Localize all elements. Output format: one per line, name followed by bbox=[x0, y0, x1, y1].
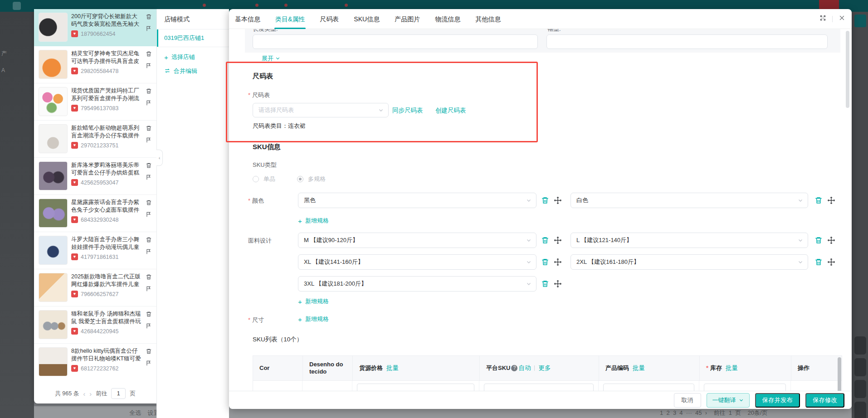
tab-product-images[interactable]: 产品图片 bbox=[395, 9, 420, 29]
expand-attributes-link[interactable]: 展开 bbox=[262, 54, 280, 63]
tab-category-attributes[interactable]: 类目&属性 bbox=[275, 9, 305, 29]
add-fabric-spec-link[interactable]: + 新增规格 bbox=[298, 297, 329, 306]
drag-move-icon[interactable] bbox=[554, 236, 562, 244]
delete-icon[interactable] bbox=[146, 162, 153, 170]
color-value-select-2[interactable]: 白色 bbox=[571, 193, 808, 208]
sku-input[interactable] bbox=[484, 384, 594, 391]
sync-size-chart-link[interactable]: 同步尺码表 bbox=[392, 107, 423, 115]
delete-spec-icon[interactable] bbox=[814, 236, 823, 244]
modal-scroll-area[interactable]: 长度类型: 袖型: 展开 尺码表 *尺码表 请选择尺码表 同步尺码表 创建尺码表… bbox=[229, 29, 852, 391]
column-product-code: 产品编码 批量 bbox=[599, 356, 700, 380]
tab-sku-info[interactable]: SKU信息 bbox=[354, 9, 380, 29]
fabric-value-select-4[interactable]: 2XL 【建议161-180斤】 bbox=[571, 254, 808, 270]
prev-page-icon[interactable]: ‹ bbox=[83, 390, 85, 398]
edit-product-modal: 基本信息 类目&属性 尺码表 SKU信息 产品图片 物流信息 其他信息 长度类型… bbox=[229, 9, 852, 409]
delete-spec-icon[interactable] bbox=[541, 196, 549, 204]
batch-price-link[interactable]: 批量 bbox=[386, 365, 399, 372]
delete-spec-icon[interactable] bbox=[541, 258, 549, 266]
flag-icon[interactable] bbox=[146, 174, 153, 182]
fabric-value-select-3[interactable]: XL 【建议141-160斤】 bbox=[298, 254, 536, 270]
auto-sku-link[interactable]: 自动 bbox=[518, 365, 531, 372]
save-and-publish-button[interactable]: 保存并发布 bbox=[755, 393, 800, 408]
product-list-item[interactable]: 8款hello kitty玩偶盲盒公仔摆件节日礼物哈喽KT猫可爱少女小玩具【… … bbox=[34, 344, 156, 381]
color-value-select-1[interactable]: 黑色 bbox=[298, 193, 536, 208]
delete-icon[interactable] bbox=[146, 348, 153, 356]
add-color-spec-link[interactable]: + 新增规格 bbox=[298, 217, 329, 225]
table-scrollbar-thumb[interactable] bbox=[838, 357, 841, 391]
next-page-icon[interactable]: › bbox=[89, 390, 92, 398]
delete-icon[interactable] bbox=[146, 274, 153, 282]
create-size-chart-link[interactable]: 创建尺码表 bbox=[435, 107, 466, 115]
tab-logistics-info[interactable]: 物流信息 bbox=[435, 9, 460, 29]
drag-move-icon[interactable] bbox=[827, 196, 835, 204]
delete-icon[interactable] bbox=[146, 199, 153, 208]
delete-spec-icon[interactable] bbox=[541, 280, 549, 288]
fabric-value-select-2[interactable]: L 【建议121-140斤】 bbox=[571, 233, 808, 248]
drag-move-icon[interactable] bbox=[554, 280, 562, 288]
flag-icon[interactable] bbox=[146, 360, 153, 368]
fabric-value-select-1[interactable]: M 【建议90-120斤】 bbox=[298, 233, 536, 248]
drag-move-icon[interactable] bbox=[554, 196, 562, 204]
delete-icon[interactable] bbox=[146, 311, 153, 319]
length-type-input[interactable] bbox=[253, 34, 538, 49]
flag-icon[interactable] bbox=[146, 137, 153, 145]
delete-icon[interactable] bbox=[146, 14, 153, 22]
flag-icon[interactable] bbox=[146, 286, 153, 294]
page-number-input[interactable] bbox=[111, 388, 126, 399]
store-item-selected[interactable]: 0319巴西店铺1 bbox=[157, 29, 229, 47]
product-list-item[interactable]: 猫和老鼠手办 汤姆猫和杰瑞鼠 我爱芝士盲盒蛋糕摆件玩具模型礼物 ♥4268442… bbox=[34, 306, 156, 344]
drag-move-icon[interactable] bbox=[827, 258, 835, 266]
delete-spec-icon[interactable] bbox=[814, 196, 823, 204]
one-click-translate-button[interactable]: 一键翻译 bbox=[707, 393, 750, 408]
delete-icon[interactable] bbox=[146, 88, 153, 96]
delete-icon[interactable] bbox=[146, 51, 153, 59]
sku-table: Cor Desenho do tecido 货源价格 批量 平台SKU ? 自动… bbox=[253, 355, 842, 391]
product-list-item[interactable]: 现货优质国产哭娃玛特工厂系列可爱盲盒摆件手办潮流玩具礼物 ♥7954961370… bbox=[34, 83, 156, 121]
flag-icon[interactable] bbox=[146, 323, 153, 331]
tab-other-info[interactable]: 其他信息 bbox=[475, 9, 501, 29]
stock-input[interactable] bbox=[704, 384, 786, 391]
required-asterisk: * bbox=[248, 316, 250, 323]
batch-code-link[interactable]: 批量 bbox=[633, 365, 645, 372]
product-list-item[interactable]: 新款蜡笔小新动物超萌系列盲盒潮流手办公仔车载摆件周边礼物 ♥2970212337… bbox=[34, 121, 156, 158]
flag-icon[interactable] bbox=[146, 211, 153, 219]
close-icon[interactable] bbox=[839, 15, 845, 23]
save-changes-button[interactable]: 保存修改 bbox=[805, 393, 844, 408]
flag-icon[interactable] bbox=[146, 25, 153, 34]
product-list-item[interactable]: 200斤可穿背心长裙新款大码气质女装宽松黑色无袖大摆连衣裙夏季 ♥1879066… bbox=[34, 9, 156, 46]
flag-icon[interactable] bbox=[146, 63, 153, 71]
tab-size-chart[interactable]: 尺码表 bbox=[320, 9, 339, 29]
collapse-sidebar-handle[interactable]: ‹ bbox=[156, 150, 163, 166]
product-list-item[interactable]: 星黛露露茶话会盲盒手办紫色兔子少女心桌面车载摆件女生礼物玩偶 ♥68433293… bbox=[34, 195, 156, 232]
product-thumbnail bbox=[39, 236, 68, 265]
flag-icon[interactable] bbox=[146, 100, 153, 108]
delete-icon[interactable] bbox=[146, 237, 153, 245]
product-list-item[interactable]: 2025新款噜噜盲盒二代正版网红爆款爆款汽车摆件儿童潮玩玩具礼物 ♥796606… bbox=[34, 269, 156, 306]
sleeve-type-input[interactable] bbox=[546, 34, 828, 49]
flag-icon[interactable] bbox=[146, 248, 153, 257]
radio-single-product[interactable] bbox=[253, 176, 259, 182]
drag-move-icon[interactable] bbox=[554, 258, 562, 266]
delete-icon[interactable] bbox=[146, 125, 153, 133]
merge-edit-button[interactable]: 合并编辑 bbox=[157, 61, 229, 75]
fullscreen-icon[interactable] bbox=[819, 15, 826, 23]
delete-spec-icon[interactable] bbox=[541, 236, 549, 244]
fabric-value-select-5[interactable]: 3XL 【建议181-200斤】 bbox=[298, 276, 536, 292]
select-store-button[interactable]: + 选择店铺 bbox=[157, 47, 229, 61]
add-size-spec-link[interactable]: + 新增规格 bbox=[298, 315, 329, 323]
price-input[interactable] bbox=[357, 384, 474, 391]
radio-multi-spec[interactable] bbox=[297, 176, 303, 182]
product-list-item[interactable]: 精灵宝可梦神奇宝贝杰尼龟可达鸭手办摆件玩具盲盒皮卡丘手办玩具 ♥29820558… bbox=[34, 46, 156, 83]
product-list-item[interactable]: 新库洛米萝莉洛丽塔美乐蒂可爱盲盒公仔手办烘焙蛋糕装饰摆件礼物 ♥42562595… bbox=[34, 158, 156, 195]
delete-spec-icon[interactable] bbox=[814, 258, 823, 266]
batch-stock-link[interactable]: 批量 bbox=[726, 365, 738, 372]
code-input[interactable] bbox=[603, 384, 694, 391]
drag-move-icon[interactable] bbox=[827, 236, 835, 244]
cancel-button[interactable]: 取消 bbox=[674, 393, 701, 408]
tab-basic-info[interactable]: 基本信息 bbox=[235, 9, 260, 29]
size-chart-select[interactable]: 请选择尺码表 bbox=[253, 103, 389, 117]
help-question-icon[interactable]: ? bbox=[511, 365, 517, 371]
more-sku-link[interactable]: 更多 bbox=[538, 365, 551, 372]
modal-scrollbar-thumb[interactable] bbox=[846, 31, 849, 108]
product-list-item[interactable]: 斗罗大陆盲盒手办唐三小舞娃娃摆件手办动漫玩偶儿童玩具盲盒女孩 ♥41797186… bbox=[34, 232, 156, 269]
